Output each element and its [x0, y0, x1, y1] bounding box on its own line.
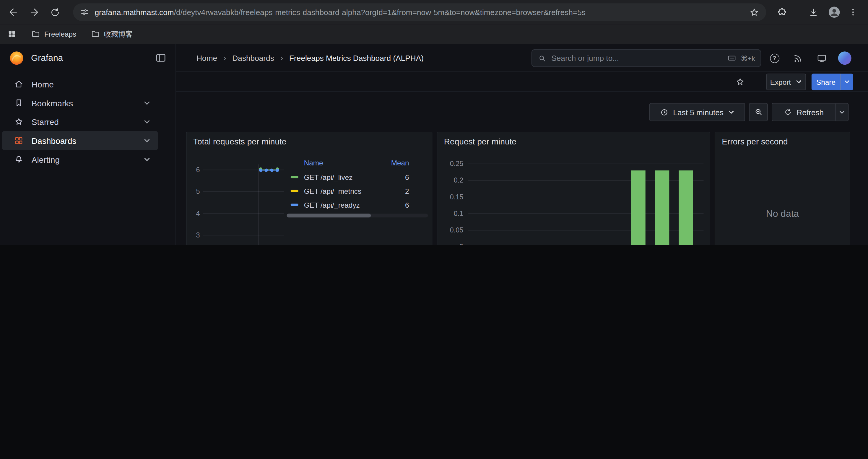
folder-icon [31, 29, 40, 39]
dashboard-actions-bar: Export Share [176, 72, 868, 92]
news-rss-icon[interactable] [791, 52, 804, 65]
sidebar-item-dashboards[interactable]: Dashboards [2, 131, 158, 150]
grafana-logo[interactable] [8, 50, 25, 66]
sidebar-item-label: Alerting [32, 155, 60, 164]
sidebar-item-label: Dashboards [32, 136, 76, 145]
series-swatch-green[interactable] [291, 176, 299, 178]
back-icon[interactable] [6, 4, 21, 20]
brand-row: Grafana [0, 44, 176, 72]
bell-icon [14, 155, 24, 165]
dock-sidebar-icon[interactable] [155, 52, 167, 64]
legend-row[interactable]: GET /api/_readyz 6 [291, 199, 409, 210]
search-input[interactable] [551, 54, 723, 63]
breadcrumb-current: Freeleaps Metrics Dashboard (ALPHA) [289, 54, 424, 63]
star-icon [14, 117, 24, 127]
chevron-down-icon[interactable] [143, 156, 150, 163]
bookmark-freeleaps[interactable]: Freeleaps [31, 29, 76, 39]
panel-total-requests[interactable]: Total requests per minute 6 5 4 3 2 17:4… [186, 132, 433, 245]
bookmark-star-icon[interactable] [749, 7, 760, 18]
search-box[interactable]: ⌘+k [531, 49, 761, 67]
site-info-icon[interactable] [80, 7, 90, 17]
legend-row[interactable]: GET /api/_livez 6 [291, 172, 409, 183]
panel-errors-per-second[interactable]: Errors per second No data [715, 132, 850, 245]
clock-icon [660, 107, 669, 117]
legend-header-row: Name Mean [291, 157, 409, 168]
breadcrumb-home[interactable]: Home [196, 54, 217, 63]
scrollbar-thumb[interactable] [287, 214, 371, 218]
forward-icon[interactable] [27, 4, 42, 20]
sidebar-item-home[interactable]: Home [2, 75, 158, 94]
zoom-out-icon [754, 107, 763, 117]
chevron-right-icon: › [280, 53, 283, 63]
screen: grafana.mathmast.com/d/deytv4rwavabkb/fr… [0, 0, 868, 245]
url-domain: grafana.mathmast.com [95, 8, 174, 17]
chevron-down-icon[interactable] [143, 137, 150, 144]
sidebar-item-label: Home [32, 79, 54, 89]
bookmarks-bar: Freeleaps 收藏博客 [0, 24, 868, 44]
chevron-down-icon[interactable] [143, 118, 150, 125]
sidebar-item-label: Starred [32, 117, 59, 126]
sidebar: Grafana Home Bookmarks Starred Dashboard… [0, 44, 176, 245]
share-dropdown-button[interactable] [840, 73, 853, 90]
bookmark-label: 收藏博客 [104, 29, 133, 39]
requests-bar-chart[interactable] [437, 132, 710, 245]
favorite-star-icon[interactable] [735, 77, 745, 87]
bookmark-icon [14, 98, 24, 108]
menu-kebab-icon[interactable] [845, 4, 861, 20]
legend-col-mean[interactable]: Mean [381, 159, 409, 167]
chevron-right-icon: › [223, 53, 226, 63]
sidebar-item-alerting[interactable]: Alerting [2, 150, 158, 169]
no-data-message: No data [715, 132, 850, 245]
panel-request-per-minute[interactable]: Request per minute 0.25 0.2 0.15 0.1 0.0… [437, 132, 710, 245]
search-shortcut: ⌘+k [741, 54, 755, 62]
sidebar-item-bookmarks[interactable]: Bookmarks [2, 94, 158, 112]
legend-col-name[interactable]: Name [304, 159, 376, 167]
bookmark-blogs[interactable]: 收藏博客 [91, 29, 133, 39]
downloads-icon[interactable] [805, 4, 821, 20]
share-button[interactable]: Share [812, 73, 840, 90]
user-avatar[interactable] [838, 52, 851, 65]
export-button[interactable]: Export [766, 73, 806, 90]
time-range-picker[interactable]: Last 5 minutes [649, 103, 745, 121]
monitor-icon[interactable] [815, 52, 828, 65]
reload-icon[interactable] [47, 4, 62, 20]
chevron-down-icon [844, 78, 850, 85]
refresh-icon [784, 108, 792, 116]
profile-avatar[interactable] [826, 4, 842, 20]
refresh-button[interactable]: Refresh [772, 103, 835, 121]
apps-grid-icon[interactable] [7, 29, 17, 39]
brand-name: Grafana [31, 44, 63, 72]
help-icon[interactable]: ? [768, 52, 781, 65]
sidebar-item-label: Bookmarks [32, 98, 73, 108]
chevron-down-icon[interactable] [143, 99, 150, 106]
url-path: /d/deytv4rwavabkb/freeleaps-metrics-dash… [174, 8, 586, 17]
refresh-interval-dropdown[interactable] [835, 103, 848, 121]
bookmark-label: Freeleaps [44, 30, 76, 38]
search-icon [537, 54, 547, 63]
share-split-button: Share [812, 73, 853, 90]
browser-toolbar: grafana.mathmast.com/d/deytv4rwavabkb/fr… [0, 0, 868, 24]
series-swatch-yellow[interactable] [291, 190, 299, 192]
series-swatch-blue[interactable] [291, 204, 299, 206]
extensions-icon[interactable] [774, 4, 789, 20]
folder-icon [91, 29, 100, 39]
zoom-out-button[interactable] [749, 103, 768, 121]
legend-scrollbar[interactable] [287, 214, 428, 218]
dashboard-header: Home › Dashboards › Freeleaps Metrics Da… [176, 44, 868, 72]
chevron-down-icon [839, 109, 845, 115]
refresh-split-button: Refresh [772, 103, 848, 121]
legend-row[interactable]: GET /api/_metrics 2 [291, 186, 409, 196]
dashboards-grid-icon [14, 136, 24, 145]
sidebar-item-starred[interactable]: Starred [2, 112, 158, 131]
chevron-down-icon [795, 78, 802, 85]
home-icon [14, 79, 24, 89]
url-text: grafana.mathmast.com/d/deytv4rwavabkb/fr… [95, 8, 744, 17]
chevron-down-icon [728, 109, 735, 115]
breadcrumb-dashboards[interactable]: Dashboards [232, 54, 274, 63]
keyboard-icon [727, 54, 736, 63]
url-bar[interactable]: grafana.mathmast.com/d/deytv4rwavabkb/fr… [73, 3, 766, 21]
breadcrumb: Home › Dashboards › Freeleaps Metrics Da… [196, 44, 424, 72]
